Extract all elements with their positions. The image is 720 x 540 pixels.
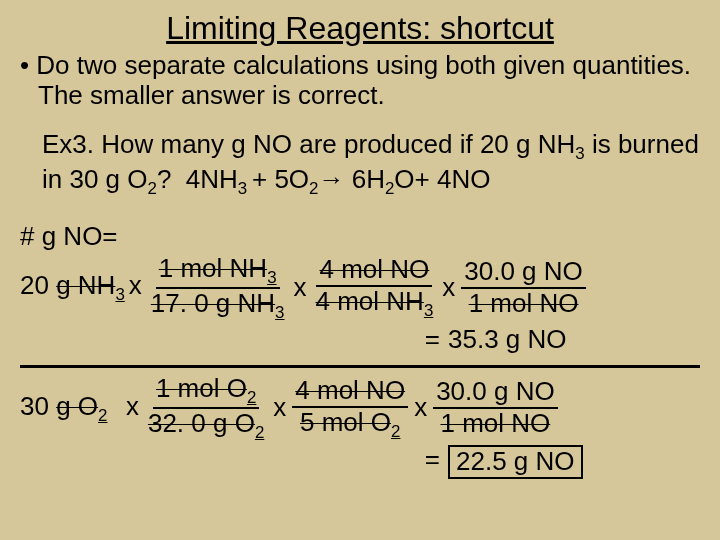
eq-e: 6H — [352, 164, 385, 194]
c2-frac1: 1 mol O2 32. 0 g O2 — [145, 374, 267, 443]
c1-frac1: 1 mol NH3 17. 0 g NH3 — [148, 254, 288, 323]
c2-frac2: 4 mol NO 5 mol O2 — [292, 376, 408, 442]
c1-f2n: 4 mol NO — [319, 254, 429, 284]
c1-f1d: 17. 0 g NH — [151, 288, 275, 318]
c1-frac3: 30.0 g NO 1 mol NO — [461, 257, 586, 319]
c1-result: 35.3 g NO — [448, 325, 567, 355]
example-q3: ? — [157, 164, 171, 194]
eq-a: 4NH — [186, 164, 238, 194]
c2-f2n: 4 mol NO — [295, 375, 405, 405]
c1-unit: g NH — [56, 270, 115, 300]
example-label: Ex3. — [42, 129, 94, 159]
c1-frac2: 4 mol NO 4 mol NH3 — [313, 255, 437, 321]
divider — [20, 365, 700, 368]
calculation-block: # g NO= 20 g NH3x 1 mol NH3 17. 0 g NH3 … — [20, 222, 700, 479]
c1-result-row: = 35.3 g NO — [20, 325, 700, 355]
c1-f1n: 1 mol NH — [159, 253, 267, 283]
c2-unit: g O — [56, 391, 98, 421]
c2-f3n: 30.0 g NO — [433, 377, 558, 409]
eq-c: 5O — [274, 164, 309, 194]
times-1a: x — [129, 270, 142, 300]
times-1b: x — [294, 273, 307, 303]
times-2a: x — [126, 391, 139, 421]
eq-g: 4NO — [437, 164, 490, 194]
c1-f3n: 30.0 g NO — [461, 257, 586, 289]
c1-eq: = — [20, 325, 448, 355]
times-2b: x — [273, 393, 286, 423]
example-text: Ex3. How many g NO are produced if 20 g … — [42, 129, 700, 200]
eq-f: O+ — [394, 164, 429, 194]
bullet-content: Do two separate calculations using both … — [36, 50, 691, 110]
c2-result-row: = 22.5 g NO — [20, 445, 700, 479]
c2-result-box: 22.5 g NO — [448, 445, 583, 479]
calc-chain-1: 20 g NH3x 1 mol NH3 17. 0 g NH3 x 4 mol … — [20, 254, 700, 323]
c2-qty: 30 — [20, 391, 49, 421]
calc-header: # g NO= — [20, 222, 700, 252]
times-2c: x — [414, 393, 427, 423]
bullet-text: • Do two separate calculations using bot… — [38, 51, 700, 111]
c2-eq: = — [20, 445, 448, 479]
c2-f1d: 32. 0 g O — [148, 408, 255, 438]
calc-chain-2: 30 g O2 x 1 mol O2 32. 0 g O2 x 4 mol NO… — [20, 374, 700, 443]
example-q1: How many g NO are produced if 20 g NH — [101, 129, 575, 159]
c2-f3d: 1 mol NO — [440, 408, 550, 438]
times-1c: x — [442, 273, 455, 303]
c2-frac3: 30.0 g NO 1 mol NO — [433, 377, 558, 439]
c2-f1n: 1 mol O — [156, 373, 247, 403]
slide-title: Limiting Reagents: shortcut — [20, 10, 700, 47]
eq-b: + — [252, 164, 267, 194]
c1-f3d: 1 mol NO — [469, 288, 579, 318]
c1-qty: 20 — [20, 270, 49, 300]
c2-f2d: 5 mol O — [300, 407, 391, 437]
eq-arrow: → — [318, 164, 344, 194]
c1-f2d: 4 mol NH — [316, 286, 424, 316]
